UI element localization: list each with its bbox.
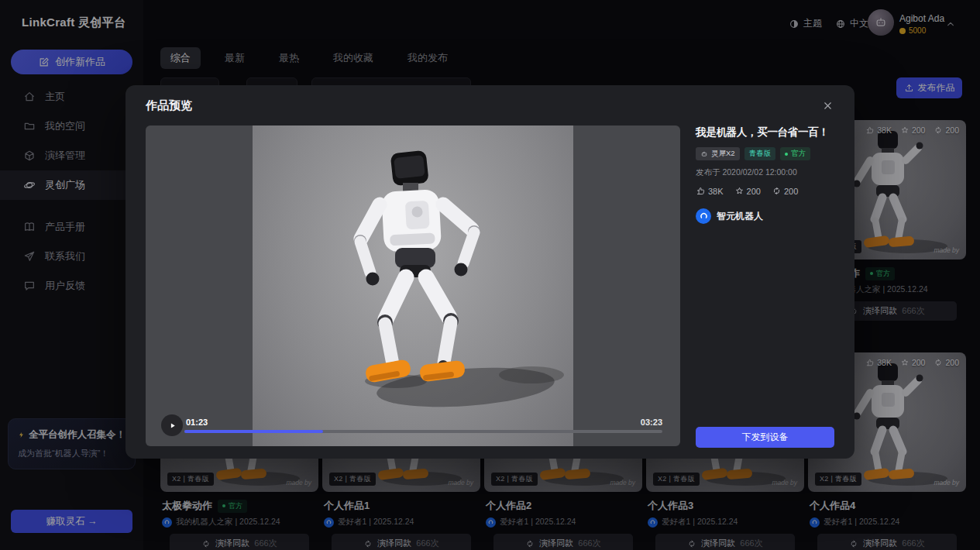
progress-fill xyxy=(184,430,323,433)
work-preview-modal: 作品预览 xyxy=(126,85,854,459)
author-logo-icon xyxy=(696,208,711,224)
play-button[interactable] xyxy=(161,414,183,436)
close-icon[interactable] xyxy=(819,97,836,114)
work-title: 我是机器人，买一台省一百！ xyxy=(696,125,835,139)
work-stats: 38K 200 200 xyxy=(696,186,835,196)
video-frame xyxy=(253,125,573,446)
author-name: 智元机器人 xyxy=(717,210,763,223)
edition-chip: 青春版 xyxy=(744,147,776,160)
share-icon xyxy=(772,186,782,196)
share-count: 200 xyxy=(784,187,798,196)
publish-date: 发布于 2020/02/02 12:00:00 xyxy=(696,167,835,178)
modal-title: 作品预览 xyxy=(146,98,192,113)
total-duration: 03:23 xyxy=(641,418,662,427)
send-to-device-button[interactable]: 下发到设备 xyxy=(696,427,834,448)
work-chips: 灵犀X2 青春版 官方 xyxy=(696,147,835,160)
video-player[interactable]: 01:23 03:23 xyxy=(146,125,680,446)
official-chip: 官方 xyxy=(780,147,810,160)
robot-chip-icon xyxy=(700,150,708,158)
robot-video-image xyxy=(253,125,573,446)
app-root: LinkCraft 灵创平台 创作新作品 主页 我的空间 演绎管理 灵创广场 产… xyxy=(0,0,980,550)
star-count: 200 xyxy=(747,187,761,196)
play-icon xyxy=(167,421,177,431)
like-count: 38K xyxy=(708,187,724,196)
star-icon xyxy=(734,186,744,196)
current-time: 01:23 xyxy=(186,418,208,427)
like-icon xyxy=(696,186,706,196)
official-dot xyxy=(785,153,788,156)
work-info-panel: 我是机器人，买一台省一百！ 灵犀X2 青春版 官方 发布于 2020/02/02… xyxy=(696,125,835,224)
model-chip: 灵犀X2 xyxy=(696,147,740,160)
work-author[interactable]: 智元机器人 xyxy=(696,208,835,224)
progress-bar[interactable] xyxy=(184,430,662,433)
